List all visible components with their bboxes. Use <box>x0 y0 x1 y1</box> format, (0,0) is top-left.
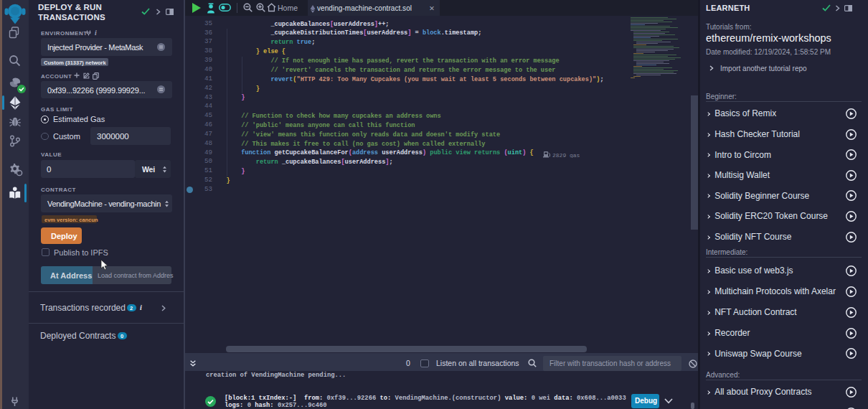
svg-text:2829 gas: 2829 gas <box>552 151 580 158</box>
